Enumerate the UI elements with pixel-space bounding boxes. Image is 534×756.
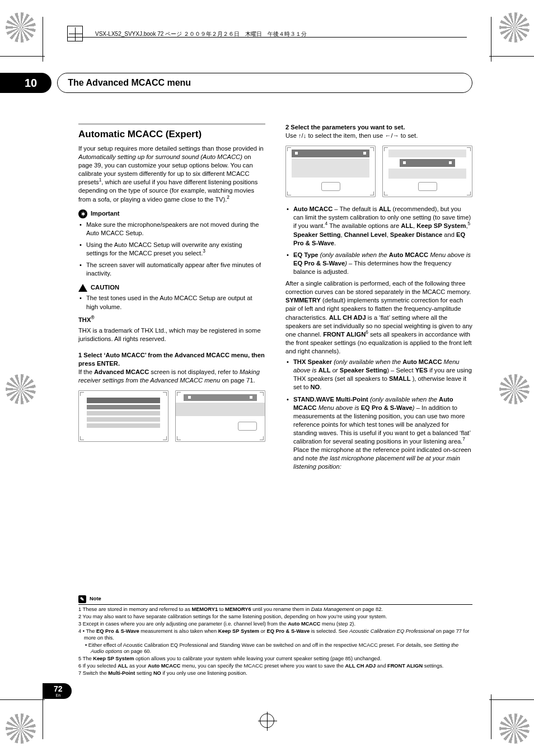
ui-screenshot-placeholder xyxy=(382,146,472,197)
footnotes: ✎ Note 1 These are stored in memory and … xyxy=(78,595,472,678)
important-list: Make sure the microphone/speakers are no… xyxy=(78,221,265,278)
print-header-text: VSX-LX52_SVYXJ.book 72 ページ ２００９年２月２６日 木曜… xyxy=(95,30,307,38)
body-paragraph: If your setup requires more detailed set… xyxy=(78,144,265,204)
chapter-number-badge: 10 xyxy=(0,73,51,93)
chapter-number: 10 xyxy=(25,77,37,90)
ui-screenshot-placeholder xyxy=(175,390,265,442)
chapter-header: 10 The Advanced MCACC menu xyxy=(0,73,472,93)
note-label: ✎ Note xyxy=(78,595,472,603)
caution-label: CAUTION xyxy=(78,283,265,292)
crop-mark xyxy=(489,56,534,57)
chapter-title: The Advanced MCACC menu xyxy=(68,78,191,88)
step-item: 2 Select the parameters you want to set.… xyxy=(285,123,472,472)
footnote: 2 You may also want to have separate cal… xyxy=(78,614,472,620)
footnote: 6 If you selected ALL as your Auto MCACC… xyxy=(78,663,472,670)
parameter-list: THX Speaker (only available when the Aut… xyxy=(285,358,472,471)
crop-mark xyxy=(489,699,534,700)
info-icon: ✶ xyxy=(78,209,87,218)
registration-mark-icon xyxy=(6,713,36,744)
registration-target-icon xyxy=(260,713,274,728)
step-item: 1 Select ‘Auto MCACC’ from the Advanced … xyxy=(78,351,265,442)
thx-heading: THX® xyxy=(78,316,265,324)
crosshair-icon xyxy=(67,26,83,41)
screenshot-row xyxy=(78,390,265,442)
important-label: ✶ Important xyxy=(78,209,265,218)
list-item: THX Speaker (only available when the Aut… xyxy=(285,358,472,391)
page-number: 72 xyxy=(54,685,63,693)
list-item: STAND.WAVE Multi-Point (only available w… xyxy=(285,395,472,472)
list-item: EQ Type (only available when the Auto MC… xyxy=(285,251,472,276)
list-item: The test tones used in the Auto MCACC Se… xyxy=(78,294,265,311)
registration-mark-icon xyxy=(6,374,36,404)
print-header: VSX-LX52_SVYXJ.book 72 ページ ２００９年２月２６日 木曜… xyxy=(67,31,467,43)
list-item: Make sure the microphone/speakers are no… xyxy=(78,221,265,237)
crop-mark xyxy=(43,694,43,739)
registration-mark-icon xyxy=(499,12,530,43)
footnote: • Either effect of Acoustic Calibration … xyxy=(78,642,472,656)
crop-mark xyxy=(43,17,43,62)
section-rule xyxy=(78,123,265,125)
registration-mark-icon xyxy=(499,713,530,744)
crop-mark xyxy=(0,56,45,57)
caution-list: The test tones used in the Auto MCACC Se… xyxy=(78,294,265,311)
registration-mark-icon xyxy=(6,12,36,43)
body-paragraph: If the Advanced MCACC screen is not disp… xyxy=(78,368,265,385)
parameter-list: Auto MCACC – The default is ALL (recomme… xyxy=(285,205,472,276)
screenshot-row xyxy=(285,146,472,197)
crop-mark xyxy=(491,694,491,739)
footnote: 3 Except in cases where you are only adj… xyxy=(78,621,472,628)
body-paragraph: THX is a trademark of THX Ltd., which ma… xyxy=(78,326,265,343)
list-item: Auto MCACC – The default is ALL (recomme… xyxy=(285,205,472,248)
footnote: 1 These are stored in memory and referre… xyxy=(78,606,472,613)
crop-mark xyxy=(0,699,45,700)
body-paragraph: Use ↑/↓ to select the item, then use ←/→… xyxy=(285,132,472,140)
body-paragraph: After a single calibration is performed,… xyxy=(285,279,472,356)
chapter-title-pill: The Advanced MCACC menu xyxy=(57,73,472,93)
footnote: 5 The Keep SP System option allows you t… xyxy=(78,656,472,662)
arrow-up-icon: ↑ xyxy=(298,132,302,139)
note-icon: ✎ xyxy=(78,595,86,603)
arrow-right-icon: → xyxy=(393,132,399,139)
warning-triangle-icon xyxy=(78,284,87,292)
footnote: 4 • The EQ Pro & S-Wave measurement is a… xyxy=(78,628,472,642)
crop-mark xyxy=(491,17,491,62)
page-lang: En xyxy=(54,693,63,697)
registration-mark-icon xyxy=(499,374,530,404)
ui-screenshot-placeholder xyxy=(285,146,376,197)
list-item: The screen saver will automatically appe… xyxy=(78,261,265,278)
footnote: 7 Switch the Multi-Point setting NO if y… xyxy=(78,670,472,677)
ui-screenshot-placeholder xyxy=(78,390,168,442)
page-number-badge: 72 En xyxy=(43,683,72,699)
page: VSX-LX52_SVYXJ.book 72 ページ ２００９年２月２６日 木曜… xyxy=(0,0,534,756)
section-heading: Automatic MCACC (Expert) xyxy=(78,128,265,141)
body-content: Automatic MCACC (Expert) If your setup r… xyxy=(78,123,472,644)
arrow-left-icon: ← xyxy=(385,132,391,139)
list-item: Using the Auto MCACC Setup will overwrit… xyxy=(78,241,265,258)
arrow-down-icon: ↓ xyxy=(303,132,307,139)
